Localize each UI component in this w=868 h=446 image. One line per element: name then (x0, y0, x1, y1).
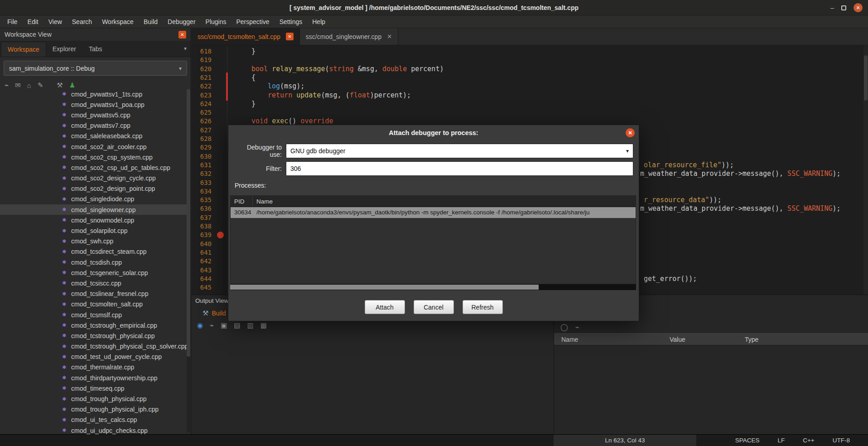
tab-build[interactable]: ⚒ Build (203, 309, 226, 317)
close-dialog-icon[interactable]: ✕ (626, 128, 635, 137)
tree-item[interactable]: ✱cmod_test_ud_power_cycle.cpp (0, 352, 187, 362)
close-tab-icon[interactable]: ✕ (286, 33, 294, 40)
tree-item-label: cmod_tcsdirect_steam.cpp (71, 248, 147, 255)
tree-item[interactable]: ✱cmod_singlediode.cpp (0, 194, 187, 204)
editor-scrollbar[interactable] (863, 45, 868, 295)
tree-item[interactable]: ✱cmod_swh.cpp (0, 236, 187, 247)
menu-item-file[interactable]: File (2, 15, 23, 28)
cancel-button[interactable]: Cancel (414, 300, 454, 314)
menu-item-edit[interactable]: Edit (23, 15, 43, 28)
cpp-file-icon: ✱ (62, 364, 71, 370)
tree-item[interactable]: ✱cmod_tcslinear_fresnel.cpp (0, 289, 187, 299)
attach-button[interactable]: Attach (365, 300, 405, 314)
mail-icon[interactable]: ✉ (15, 81, 21, 89)
menu-item-help[interactable]: Help (307, 15, 330, 28)
hscrollbar-thumb[interactable] (230, 285, 539, 290)
tree-item[interactable]: ✱cmod_ui_udpc_checks.cpp (0, 425, 187, 434)
refresh-button[interactable]: Refresh (463, 300, 503, 314)
menu-item-workspace[interactable]: Workspace (97, 15, 139, 28)
link-editor-icon[interactable]: ⌁ (5, 81, 9, 89)
process-column-pid[interactable]: PID (231, 196, 253, 207)
tree-item[interactable]: ✱cmod_tcsmolten_salt.cpp (0, 299, 187, 310)
tree-item[interactable]: ✱cmod_tcsdirect_steam.cpp (0, 247, 187, 257)
process-row[interactable]: 30634/home/gabrielsoto/anaconda3/envs/py… (231, 207, 636, 218)
tree-scrollbar-thumb[interactable] (187, 89, 190, 357)
restore-button[interactable] (841, 5, 846, 10)
run-icon[interactable]: ♟ (69, 81, 75, 89)
tree-item[interactable]: ✱cmod_sco2_design_point.cpp (0, 184, 187, 194)
editor-scrollbar-thumb[interactable] (864, 55, 868, 101)
menu-item-search[interactable]: Search (67, 15, 97, 28)
tree-item[interactable]: ✱cmod_pvwattsv1_1ts.cpp (0, 89, 187, 99)
tree-item[interactable]: ✱cmod_ui_tes_calcs.cpp (0, 415, 187, 425)
pin-icon[interactable]: ◉ (197, 321, 203, 330)
tree-item-label: cmod_snowmodel.cpp (71, 217, 134, 224)
record-icon[interactable]: ◯ (560, 323, 568, 331)
watch-column-value[interactable]: Value (662, 336, 738, 343)
chevron-down-icon[interactable]: ▾ (184, 45, 187, 52)
copy-icon[interactable]: ▥ (247, 321, 254, 330)
workspace-tab-bar: WorkspaceExplorerTabs ▾ (0, 41, 191, 57)
paste-icon[interactable]: ▦ (260, 321, 267, 330)
tree-item[interactable]: ✱cmod_pvwattsv1_poa.cpp (0, 99, 187, 110)
tree-item[interactable]: ✱cmod_tcsdish.cpp (0, 257, 187, 267)
minimize-button[interactable]: – (830, 4, 834, 11)
editor-tab-1[interactable]: ssc/cmod_tcsmolten_salt.cpp✕ (192, 28, 300, 45)
tree-item[interactable]: ✱cmod_sco2_csp_system.cpp (0, 152, 187, 162)
workspace-tab-tabs[interactable]: Tabs (82, 42, 109, 57)
tree-item[interactable]: ✱cmod_tcstrough_physical.cpp (0, 330, 187, 341)
tree-item[interactable]: ✱cmod_singleowner.cpp (0, 204, 187, 215)
build-config-dropdown[interactable]: sam_simulation_core :: Debug ▾ (4, 61, 187, 76)
code-line: { (228, 73, 863, 82)
tree-item[interactable]: ✱cmod_saleleaseback.cpp (0, 131, 187, 141)
tree-item[interactable]: ✱cmod_snowmodel.cpp (0, 215, 187, 225)
debugger-select[interactable]: GNU gdb debugger ▾ (286, 144, 633, 158)
menu-item-build[interactable]: Build (139, 15, 163, 28)
tree-item[interactable]: ✱cmod_sco2_design_cycle.cpp (0, 173, 187, 184)
tree-item[interactable]: ✱cmod_trough_physical.cpp (0, 393, 187, 404)
tree-scrollbar[interactable] (187, 89, 190, 432)
menu-item-settings[interactable]: Settings (275, 15, 308, 28)
process-table-header: PIDName (231, 196, 636, 207)
tree-item[interactable]: ✱cmod_pvwattsv7.cpp (0, 121, 187, 131)
tree-item[interactable]: ✱cmod_timeseq.cpp (0, 383, 187, 393)
link-icon[interactable]: ⌁ (575, 323, 579, 331)
filter-input[interactable] (286, 161, 633, 176)
watch-column-type[interactable]: Type (738, 336, 868, 343)
debugger-to-use-label: Debugger to use: (235, 144, 282, 158)
workspace-tab-workspace[interactable]: Workspace (1, 42, 46, 57)
tree-item[interactable]: ✱cmod_pvwattsv5.cpp (0, 110, 187, 120)
process-column-name[interactable]: Name (253, 196, 636, 207)
pencil-icon[interactable]: ✎ (38, 81, 43, 89)
tree-item[interactable]: ✱cmod_tcstrough_empirical.cpp (0, 320, 187, 330)
home-icon[interactable]: ⌂ (27, 82, 31, 89)
close-workspace-panel-icon[interactable]: ✕ (178, 31, 186, 39)
tree-item[interactable]: ✱cmod_sco2_air_cooler.cpp (0, 141, 187, 152)
build-settings-icon[interactable]: ⚒ (57, 81, 63, 89)
process-table-hscrollbar[interactable] (230, 284, 636, 290)
tree-item[interactable]: ✱cmod_tcsgeneric_solar.cpp (0, 267, 187, 278)
workspace-tab-explorer[interactable]: Explorer (46, 42, 82, 57)
tree-item[interactable]: ✱cmod_trough_physical_iph.cpp (0, 404, 187, 415)
editor-tab-2[interactable]: ssc/cmod_singleowner.cpp✕ (300, 28, 398, 45)
tree-item-label: cmod_singlediode.cpp (71, 195, 134, 203)
save-icon[interactable]: ▤ (234, 321, 240, 330)
tree-item[interactable]: ✱cmod_tcsiscc.cpp (0, 278, 187, 288)
menu-item-view[interactable]: View (43, 15, 67, 28)
link-icon[interactable]: ⌁ (210, 321, 214, 330)
breakpoint-marker[interactable] (217, 232, 224, 238)
tree-item[interactable]: ✱cmod_tcsmslf.cpp (0, 310, 187, 320)
close-tab-icon[interactable]: ✕ (387, 33, 392, 40)
tree-item[interactable]: ✱cmod_sco2_csp_ud_pc_tables.cpp (0, 162, 187, 173)
menu-item-debugger[interactable]: Debugger (163, 15, 201, 28)
tree-item[interactable]: ✱cmod_thirdpartyownership.cpp (0, 373, 187, 383)
tree-item[interactable]: ✱cmod_solarpilot.cpp (0, 225, 187, 236)
workspace-toolbar-group-1: ⌁✉⌂✎ (5, 81, 43, 89)
clear-icon[interactable]: ▣ (221, 321, 227, 330)
menu-item-plugins[interactable]: Plugins (201, 15, 231, 28)
tree-item[interactable]: ✱cmod_tcstrough_physical_csp_solver.cpp (0, 341, 187, 352)
close-button[interactable]: ✕ (854, 3, 863, 12)
tree-item[interactable]: ✱cmod_thermalrate.cpp (0, 362, 187, 373)
menu-item-perspective[interactable]: Perspective (231, 15, 274, 28)
watch-column-name[interactable]: Name (554, 336, 662, 343)
